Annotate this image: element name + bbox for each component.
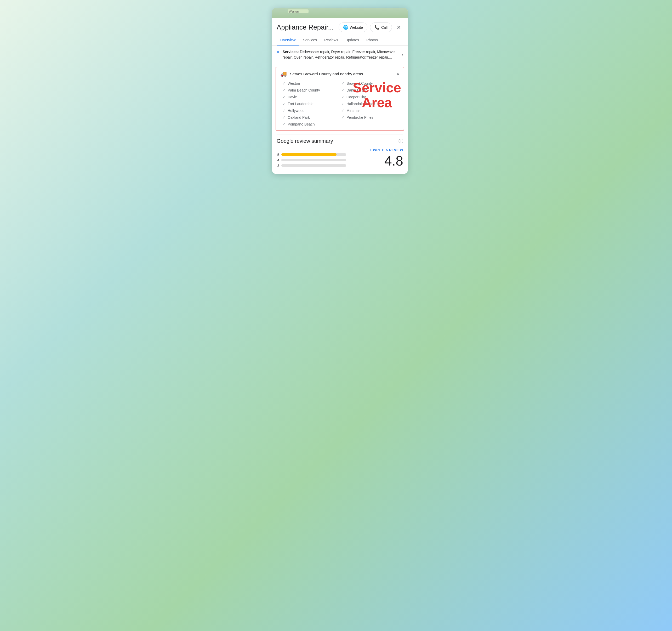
location-name: Palm Beach County xyxy=(288,88,320,92)
divider xyxy=(277,134,403,135)
rating-num-4: 4 xyxy=(277,158,279,162)
bar-fill-5 xyxy=(281,153,337,156)
call-label: Call xyxy=(381,25,387,29)
call-button[interactable]: 📞 Call xyxy=(370,23,392,32)
check-icon: ✓ xyxy=(282,122,286,126)
review-right: + WRITE A REVIEW 4.8 xyxy=(370,148,403,168)
chevron-up-icon[interactable]: ∧ xyxy=(397,71,400,76)
rating-bars: 5 4 3 xyxy=(277,153,346,168)
tab-updates[interactable]: Updates xyxy=(342,35,363,46)
check-icon: ✓ xyxy=(282,102,286,106)
location-name: Davie xyxy=(288,95,297,99)
list-item: ✓ Dania Beach xyxy=(341,88,398,92)
list-item: ✓ Weston xyxy=(282,81,339,86)
check-icon: ✓ xyxy=(282,115,286,120)
panel-wrapper: Appliance Repair... 🌐 Website 📞 Call ✕ O… xyxy=(272,8,408,174)
map-peek-top xyxy=(272,8,408,18)
website-button[interactable]: 🌐 Website xyxy=(339,23,367,32)
service-area-box: 🚚 Serves Broward County and nearby areas… xyxy=(275,67,404,130)
big-rating: 4.8 xyxy=(384,154,403,168)
list-item: ✓ Miramar xyxy=(341,108,398,113)
write-review-label: WRITE A REVIEW xyxy=(373,148,403,152)
check-icon: ✓ xyxy=(282,95,286,99)
list-item: ✓ Pompano Beach xyxy=(282,122,339,126)
location-name: Cooper City xyxy=(346,95,366,99)
globe-icon: 🌐 xyxy=(343,25,348,30)
service-area-title: Serves Broward County and nearby areas xyxy=(290,72,393,76)
service-area-header: 🚚 Serves Broward County and nearby areas… xyxy=(280,71,400,77)
services-row[interactable]: ≡ Services: Dishwasher repair, Dryer rep… xyxy=(272,46,408,64)
chevron-right-icon[interactable]: › xyxy=(402,52,403,57)
review-title: Google review summary xyxy=(277,138,333,144)
rating-row-3: 3 xyxy=(277,164,346,168)
location-name: Fort Lauderdale xyxy=(288,102,313,106)
services-bold-label: Services: xyxy=(283,50,299,54)
list-item: ✓ Cooper City xyxy=(341,95,398,99)
location-name: Hollywood xyxy=(288,108,305,113)
location-name: Pembroke Pines xyxy=(346,115,374,120)
check-icon: ✓ xyxy=(282,88,286,92)
location-name: Dania Beach xyxy=(346,88,367,92)
list-item: ✓ Broward County xyxy=(341,81,398,86)
bar-bg-4 xyxy=(281,159,346,161)
business-panel: Appliance Repair... 🌐 Website 📞 Call ✕ O… xyxy=(272,8,408,174)
info-icon[interactable]: ⓘ xyxy=(399,138,403,144)
website-label: Website xyxy=(350,25,363,29)
plus-icon: + xyxy=(370,148,372,152)
services-text: Services: Dishwasher repair, Dryer repai… xyxy=(283,49,399,60)
tab-photos[interactable]: Photos xyxy=(363,35,382,46)
location-name: Weston xyxy=(288,81,300,86)
location-name: Oakland Park xyxy=(288,115,310,120)
list-item: ✓ Palm Beach County xyxy=(282,88,339,92)
check-icon: ✓ xyxy=(341,102,344,106)
business-title: Appliance Repair... xyxy=(277,23,336,31)
write-review-button[interactable]: + WRITE A REVIEW xyxy=(370,148,403,152)
rating-row-4: 4 xyxy=(277,158,346,162)
tabs-bar: Overview Services Reviews Updates Photos xyxy=(272,35,408,46)
location-name: Miramar xyxy=(346,108,360,113)
review-header: Google review summary ⓘ xyxy=(277,138,403,144)
list-item: ✓ Pembroke Pines xyxy=(341,115,398,120)
tab-reviews[interactable]: Reviews xyxy=(320,35,342,46)
location-name: Broward County xyxy=(346,81,373,86)
locations-grid: ✓ Weston ✓ Broward County ✓ Palm Beach C… xyxy=(280,81,400,126)
check-icon: ✓ xyxy=(341,95,344,99)
check-icon: ✓ xyxy=(282,108,286,113)
list-item: ✓ Hallandale Beach xyxy=(341,102,398,106)
rating-row-5: 5 xyxy=(277,153,346,156)
rating-num-3: 3 xyxy=(277,164,279,168)
menu-icon: ≡ xyxy=(277,50,280,55)
check-icon: ✓ xyxy=(341,88,344,92)
list-item: ✓ Davie xyxy=(282,95,339,99)
check-icon: ✓ xyxy=(341,81,344,86)
bar-fill-4 xyxy=(281,159,317,161)
phone-icon: 📞 xyxy=(375,25,380,30)
list-item: ✓ Fort Lauderdale xyxy=(282,102,339,106)
check-icon: ✓ xyxy=(341,108,344,113)
rating-num-5: 5 xyxy=(277,153,279,156)
check-icon: ✓ xyxy=(282,81,286,86)
panel-header: Appliance Repair... 🌐 Website 📞 Call ✕ xyxy=(272,18,408,32)
list-item: ✓ Oakland Park xyxy=(282,115,339,120)
tab-services[interactable]: Services xyxy=(299,35,320,46)
bar-fill-3 xyxy=(281,164,294,167)
list-item: ✓ Hollywood xyxy=(282,108,339,113)
bar-bg-3 xyxy=(281,164,346,167)
location-name: Hallandale Beach xyxy=(346,102,375,106)
review-section: Google review summary ⓘ 5 4 xyxy=(272,138,408,174)
truck-icon: 🚚 xyxy=(280,71,287,77)
services-description: Dishwasher repair, Dryer repair, Freezer… xyxy=(283,50,395,59)
bar-bg-5 xyxy=(281,153,346,156)
check-icon: ✓ xyxy=(341,115,344,120)
close-button[interactable]: ✕ xyxy=(394,23,403,32)
location-name: Pompano Beach xyxy=(288,122,315,126)
tab-overview[interactable]: Overview xyxy=(277,35,299,46)
review-bottom-area: 5 4 3 xyxy=(277,148,403,170)
